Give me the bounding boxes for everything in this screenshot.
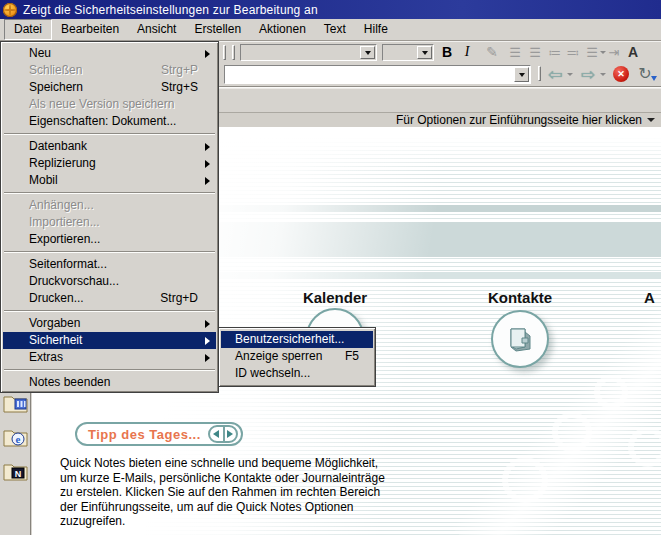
justify-icon[interactable]: ☰ [584,43,600,61]
menu-item-mobil[interactable]: Mobil [3,172,216,189]
tip-of-the-day-pill: Tipp des Tages... [75,422,243,446]
menu-separator [4,310,215,312]
menu-item-id-wechseln[interactable]: ID wechseln... [221,365,373,382]
back-icon[interactable]: ⇦ [545,65,565,83]
menubar-item-ansicht[interactable]: Ansicht [128,19,185,40]
menu-separator [4,251,215,253]
menubar-item-erstellen[interactable]: Erstellen [185,19,250,40]
bold-icon[interactable]: B [438,43,456,61]
menu-item-neu[interactable]: Neu [3,45,216,62]
title-bar: Zeigt die Sicherheitseinstellungen zur B… [0,0,661,19]
svg-text:e: e [16,433,21,445]
menu-item-anzeige-sperren[interactable]: Anzeige sperrenF5 [221,348,373,365]
chevron-down-icon [647,118,655,122]
options-bar-label: Für Optionen zur Einführungsseite hier k… [396,113,642,127]
menubar-item-datei[interactable]: Datei [4,19,52,40]
menu-item-schliessen: SchließenStrg+P [3,62,216,79]
menu-item-vorgaben[interactable]: Vorgaben [3,315,216,332]
sicherheit-submenu: Benutzersicherheit... Anzeige sperrenF5 … [218,327,376,387]
menu-item-replizierung[interactable]: Replizierung [3,155,216,172]
menu-item-als-neue-version-speichern: Als neue Version speichern [3,96,216,113]
menu-item-notes-beenden[interactable]: Notes beenden [3,374,216,391]
text-size-icon[interactable]: A [624,43,642,61]
menubar-item-hilfe[interactable]: Hilfe [355,19,397,40]
next-tip-arrow-icon[interactable] [223,427,236,441]
align-center-icon[interactable]: ☰ [526,43,544,61]
forward-icon[interactable]: ⇨ [578,65,598,83]
menu-item-eigenschaften-dokument[interactable]: Eigenschaften: Dokument... [3,113,216,130]
menu-item-druckvorschau[interactable]: Druckvorschau... [3,273,216,290]
section-aufgaben-label-clipped[interactable]: A [644,289,661,306]
menu-item-speichern[interactable]: SpeichernStrg+S [3,79,216,96]
font-size-combobox[interactable] [382,44,434,61]
submenu-arrow-icon [205,177,210,185]
indent-icon[interactable]: ⇥ [606,43,622,61]
tip-text: Quick Notes bieten eine schnelle und beq… [60,456,390,529]
menu-item-seitenformat[interactable]: Seitenformat... [3,256,216,273]
menu-item-datenbank[interactable]: Datenbank [3,138,216,155]
submenu-arrow-icon [205,354,210,362]
menubar-item-text[interactable]: Text [315,19,355,40]
section-kontakte-label[interactable]: Kontakte [475,289,565,306]
menu-item-anhaengen: Anhängen... [3,197,216,214]
chevron-down-icon[interactable] [417,46,432,59]
internet-explorer-links-folder-icon[interactable]: e [3,426,29,448]
datei-menu: Neu SchließenStrg+P SpeichernStrg+S Als … [0,41,219,393]
menu-item-importieren: Importieren... [3,214,216,231]
submenu-arrow-icon [205,50,210,58]
menu-item-exportieren[interactable]: Exportieren... [3,231,216,248]
previous-tip-arrow-icon[interactable] [210,427,223,441]
watermark-ring [628,427,661,467]
menu-item-drucken[interactable]: Drucken...Strg+D [3,290,216,307]
menu-separator [4,192,215,194]
chevron-down-icon[interactable] [360,46,375,59]
stop-icon[interactable]: ✕ [612,65,630,83]
submenu-arrow-icon [205,320,210,328]
numbered-list-icon[interactable]: ≕ [564,43,582,61]
tip-title: Tipp des Tages... [88,427,201,442]
toolbar-grip[interactable] [232,45,235,60]
toolbar-grip[interactable] [223,45,226,60]
menu-bar: Datei Bearbeiten Ansicht Erstellen Aktio… [0,19,661,41]
submenu-arrow-icon [205,337,210,345]
bullet-list-icon[interactable]: ≔ [546,43,564,61]
chevron-down-icon[interactable] [514,67,529,82]
align-left-icon[interactable]: ☰ [506,43,524,61]
italic-icon[interactable]: I [459,43,475,61]
refresh-icon[interactable]: ↻ [636,64,654,82]
back-dropdown-icon[interactable] [566,65,574,83]
watermark-ring [552,412,592,452]
window-title: Zeigt die Sicherheitseinstellungen zur B… [23,3,318,17]
notes-window: Zeigt die Sicherheitseinstellungen zur B… [0,0,661,535]
highlighter-pen-icon[interactable]: ✎ [483,43,501,61]
netscape-links-folder-icon[interactable]: N [3,460,29,482]
section-kalender-label[interactable]: Kalender [290,289,380,306]
kontakte-circle-icon[interactable] [491,310,549,368]
notes-globe-icon[interactable] [3,3,17,17]
menu-item-extras[interactable]: Extras [3,349,216,366]
toolbar-grip[interactable] [538,66,541,81]
watermark-ring [502,457,548,503]
submenu-arrow-icon [205,160,210,168]
tip-arrows [208,425,238,443]
menubar-item-bearbeiten[interactable]: Bearbeiten [52,19,128,40]
menu-item-sicherheit[interactable]: Sicherheit [3,332,216,349]
menu-separator [4,369,215,371]
font-name-combobox[interactable] [240,44,377,61]
forward-dropdown-icon[interactable] [599,65,607,83]
address-book-icon [505,324,535,354]
watermark-ring [594,375,628,409]
databases-folder-icon[interactable] [3,392,29,414]
menu-separator [4,133,215,135]
background-watermark [451,212,661,535]
submenu-arrow-icon [205,143,210,151]
svg-text:N: N [15,469,22,479]
menubar-item-aktionen[interactable]: Aktionen [250,19,315,40]
menu-item-benutzersicherheit[interactable]: Benutzersicherheit... [221,331,373,348]
address-combobox[interactable] [224,65,531,84]
